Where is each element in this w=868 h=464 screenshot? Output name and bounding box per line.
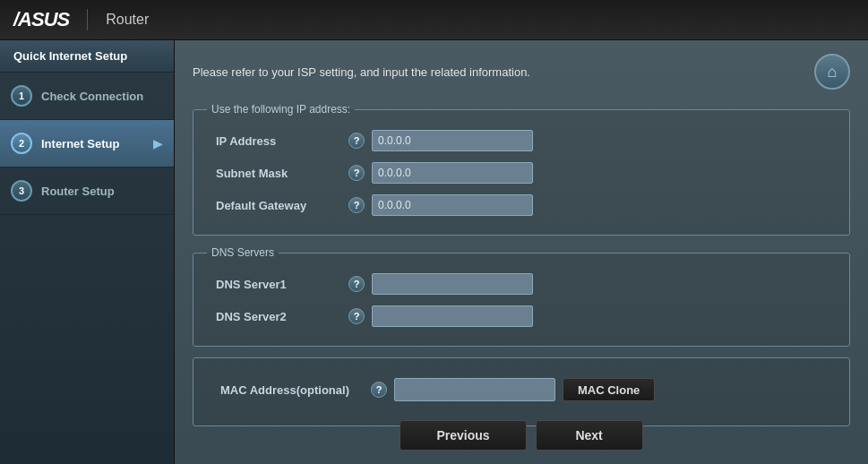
- step-3-circle: 3: [11, 180, 32, 202]
- ip-address-section: Use the following IP address: IP Address…: [193, 103, 850, 236]
- footer-buttons: Previous Next: [175, 420, 868, 451]
- dns-server2-label: DNS Server2: [216, 310, 341, 323]
- dns-server1-row: DNS Server1 ?: [207, 268, 836, 300]
- mac-address-help-icon[interactable]: ?: [371, 382, 387, 398]
- dns-servers-section: DNS Servers DNS Server1 ? DNS Server2 ?: [193, 246, 850, 347]
- dns-section-legend: DNS Servers: [207, 246, 279, 259]
- subnet-mask-input[interactable]: [372, 162, 533, 184]
- step-2-circle: 2: [11, 133, 32, 154]
- logo: /ASUS Router: [13, 8, 149, 31]
- sidebar-item-label: Router Setup: [41, 185, 115, 198]
- main-layout: Quick Internet Setup 1 Check Connection …: [0, 40, 868, 464]
- default-gateway-row: Default Gateway ?: [207, 189, 836, 221]
- dns-server2-row: DNS Server2 ?: [207, 300, 836, 332]
- dns-server1-input[interactable]: [372, 273, 533, 295]
- subnet-mask-label: Subnet Mask: [216, 167, 341, 180]
- step-1-circle: 1: [11, 85, 32, 107]
- ip-section-legend: Use the following IP address:: [207, 103, 355, 116]
- content-area: Please refer to your ISP setting, and in…: [175, 40, 868, 464]
- sidebar-title: Quick Internet Setup: [0, 40, 174, 73]
- ip-address-help-icon[interactable]: ?: [348, 133, 365, 149]
- dns-server2-help-icon[interactable]: ?: [348, 308, 365, 324]
- sidebar-item-router-setup[interactable]: 3 Router Setup: [0, 168, 174, 215]
- dns-server1-label: DNS Server1: [216, 278, 341, 291]
- home-button[interactable]: ⌂: [814, 54, 850, 90]
- dns-server1-help-icon[interactable]: ?: [348, 276, 365, 292]
- previous-button[interactable]: Previous: [400, 420, 526, 451]
- content-header: Please refer to your ISP setting, and in…: [193, 54, 850, 90]
- default-gateway-input[interactable]: [372, 194, 533, 216]
- content-description: Please refer to your ISP setting, and in…: [193, 65, 530, 79]
- mac-address-row: MAC Address(optional) ? MAC Clone: [207, 367, 836, 412]
- header: /ASUS Router: [0, 0, 868, 40]
- ip-address-label: IP Address: [216, 134, 341, 148]
- default-gateway-label: Default Gateway: [216, 199, 341, 212]
- sidebar-item-internet-setup[interactable]: 2 Internet Setup ▶: [0, 120, 174, 168]
- mac-address-section: MAC Address(optional) ? MAC Clone: [193, 357, 850, 426]
- ip-address-input[interactable]: [372, 130, 533, 151]
- subnet-mask-help-icon[interactable]: ?: [348, 165, 365, 181]
- mac-clone-button[interactable]: MAC Clone: [563, 378, 655, 401]
- ip-address-row: IP Address ?: [207, 125, 836, 157]
- sidebar-item-label: Internet Setup: [41, 137, 119, 150]
- sidebar-item-label: Check Connection: [41, 90, 143, 103]
- active-arrow-icon: ▶: [153, 136, 163, 150]
- sidebar-item-check-connection[interactable]: 1 Check Connection: [0, 73, 174, 120]
- next-button[interactable]: Next: [536, 420, 643, 451]
- header-title: Router: [106, 12, 149, 28]
- mac-address-label: MAC Address(optional): [220, 383, 364, 397]
- header-divider: [87, 9, 88, 30]
- asus-logo: /ASUS: [13, 8, 69, 31]
- sidebar: Quick Internet Setup 1 Check Connection …: [0, 40, 175, 464]
- default-gateway-help-icon[interactable]: ?: [348, 197, 365, 213]
- subnet-mask-row: Subnet Mask ?: [207, 157, 836, 189]
- dns-server2-input[interactable]: [372, 305, 533, 327]
- mac-address-input[interactable]: [394, 378, 555, 401]
